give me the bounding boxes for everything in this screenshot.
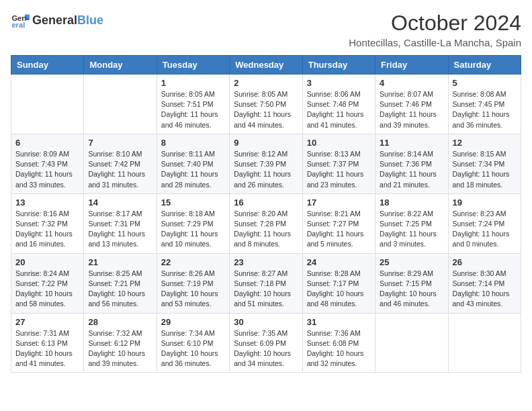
day-number: 23 xyxy=(234,257,298,267)
day-number: 29 xyxy=(161,317,225,327)
calendar-cell: 29Sunrise: 7:34 AM Sunset: 6:10 PM Dayli… xyxy=(157,313,229,373)
weekday-header-saturday: Saturday xyxy=(448,56,521,75)
calendar-cell: 15Sunrise: 8:18 AM Sunset: 7:29 PM Dayli… xyxy=(157,193,229,253)
day-number: 12 xyxy=(453,138,517,148)
day-number: 10 xyxy=(307,138,371,148)
day-info: Sunrise: 8:12 AM Sunset: 7:39 PM Dayligh… xyxy=(234,149,298,190)
day-info: Sunrise: 7:34 AM Sunset: 6:10 PM Dayligh… xyxy=(161,328,225,369)
day-info: Sunrise: 8:24 AM Sunset: 7:22 PM Dayligh… xyxy=(15,269,79,310)
calendar-cell: 5Sunrise: 8:08 AM Sunset: 7:45 PM Daylig… xyxy=(448,75,521,134)
day-number: 11 xyxy=(380,138,443,148)
weekday-header-wednesday: Wednesday xyxy=(230,56,302,75)
day-info: Sunrise: 8:08 AM Sunset: 7:45 PM Dayligh… xyxy=(453,89,517,130)
location-title: Hontecillas, Castille-La Mancha, Spain xyxy=(349,37,521,48)
calendar-cell: 22Sunrise: 8:26 AM Sunset: 7:19 PM Dayli… xyxy=(157,253,229,313)
calendar-cell: 4Sunrise: 8:07 AM Sunset: 7:46 PM Daylig… xyxy=(375,75,448,134)
weekday-header-tuesday: Tuesday xyxy=(157,56,229,75)
day-number: 25 xyxy=(380,257,443,267)
day-info: Sunrise: 8:29 AM Sunset: 7:15 PM Dayligh… xyxy=(380,269,443,310)
calendar-cell: 13Sunrise: 8:16 AM Sunset: 7:32 PM Dayli… xyxy=(11,193,84,253)
day-number: 15 xyxy=(161,197,225,208)
weekday-header-sunday: Sunday xyxy=(11,56,84,75)
weekday-header-monday: Monday xyxy=(84,56,157,75)
calendar-cell: 28Sunrise: 7:32 AM Sunset: 6:12 PM Dayli… xyxy=(84,313,157,373)
day-info: Sunrise: 8:20 AM Sunset: 7:28 PM Dayligh… xyxy=(234,209,298,250)
day-number: 2 xyxy=(234,78,298,88)
day-number: 24 xyxy=(307,257,371,267)
day-info: Sunrise: 8:26 AM Sunset: 7:19 PM Dayligh… xyxy=(161,269,225,310)
day-info: Sunrise: 8:25 AM Sunset: 7:21 PM Dayligh… xyxy=(88,269,152,310)
day-number: 5 xyxy=(453,78,517,88)
day-number: 18 xyxy=(380,197,443,208)
day-info: Sunrise: 8:11 AM Sunset: 7:40 PM Dayligh… xyxy=(161,149,225,190)
calendar-cell: 16Sunrise: 8:20 AM Sunset: 7:28 PM Dayli… xyxy=(230,193,302,253)
day-info: Sunrise: 8:05 AM Sunset: 7:51 PM Dayligh… xyxy=(161,89,225,130)
calendar-cell: 31Sunrise: 7:36 AM Sunset: 6:08 PM Dayli… xyxy=(302,313,375,373)
day-number: 3 xyxy=(307,78,371,88)
day-number: 9 xyxy=(234,138,298,148)
weekday-header-friday: Friday xyxy=(375,56,448,75)
day-info: Sunrise: 7:36 AM Sunset: 6:08 PM Dayligh… xyxy=(307,328,371,369)
calendar-cell xyxy=(84,75,157,134)
day-info: Sunrise: 8:23 AM Sunset: 7:24 PM Dayligh… xyxy=(453,209,517,250)
day-number: 6 xyxy=(15,138,79,148)
day-number: 14 xyxy=(88,197,152,208)
day-info: Sunrise: 8:14 AM Sunset: 7:36 PM Dayligh… xyxy=(380,149,443,190)
day-number: 1 xyxy=(161,78,225,88)
logo: Gen eral GeneralBlue xyxy=(11,11,103,30)
calendar-week-row: 1Sunrise: 8:05 AM Sunset: 7:51 PM Daylig… xyxy=(11,75,521,134)
calendar-cell: 30Sunrise: 7:35 AM Sunset: 6:09 PM Dayli… xyxy=(230,313,302,373)
calendar-week-row: 13Sunrise: 8:16 AM Sunset: 7:32 PM Dayli… xyxy=(11,193,521,253)
day-info: Sunrise: 8:13 AM Sunset: 7:37 PM Dayligh… xyxy=(307,149,371,190)
calendar-cell: 12Sunrise: 8:15 AM Sunset: 7:34 PM Dayli… xyxy=(448,134,521,193)
svg-text:eral: eral xyxy=(11,21,25,29)
day-number: 30 xyxy=(234,317,298,327)
day-info: Sunrise: 8:05 AM Sunset: 7:50 PM Dayligh… xyxy=(234,89,298,130)
calendar-table: SundayMondayTuesdayWednesdayThursdayFrid… xyxy=(11,55,521,373)
day-info: Sunrise: 8:10 AM Sunset: 7:42 PM Dayligh… xyxy=(88,149,152,190)
calendar-cell: 21Sunrise: 8:25 AM Sunset: 7:21 PM Dayli… xyxy=(84,253,157,313)
logo-general-text: General xyxy=(32,13,77,28)
day-info: Sunrise: 8:18 AM Sunset: 7:29 PM Dayligh… xyxy=(161,209,225,250)
calendar-cell: 19Sunrise: 8:23 AM Sunset: 7:24 PM Dayli… xyxy=(448,193,521,253)
calendar-cell: 6Sunrise: 8:09 AM Sunset: 7:43 PM Daylig… xyxy=(11,134,84,193)
day-info: Sunrise: 8:21 AM Sunset: 7:27 PM Dayligh… xyxy=(307,209,371,250)
calendar-cell xyxy=(11,75,84,134)
day-info: Sunrise: 7:31 AM Sunset: 6:13 PM Dayligh… xyxy=(15,328,79,369)
calendar-cell: 26Sunrise: 8:30 AM Sunset: 7:14 PM Dayli… xyxy=(448,253,521,313)
day-number: 31 xyxy=(307,317,371,327)
calendar-cell: 14Sunrise: 8:17 AM Sunset: 7:31 PM Dayli… xyxy=(84,193,157,253)
weekday-header-thursday: Thursday xyxy=(302,56,375,75)
calendar-cell: 24Sunrise: 8:28 AM Sunset: 7:17 PM Dayli… xyxy=(302,253,375,313)
calendar-week-row: 6Sunrise: 8:09 AM Sunset: 7:43 PM Daylig… xyxy=(11,134,521,193)
day-number: 19 xyxy=(453,197,517,208)
day-info: Sunrise: 8:30 AM Sunset: 7:14 PM Dayligh… xyxy=(453,269,517,310)
calendar-cell xyxy=(448,313,521,373)
day-info: Sunrise: 8:17 AM Sunset: 7:31 PM Dayligh… xyxy=(88,209,152,250)
page-header: Gen eral GeneralBlue October 2024 Hontec… xyxy=(11,11,521,48)
calendar-cell: 10Sunrise: 8:13 AM Sunset: 7:37 PM Dayli… xyxy=(302,134,375,193)
day-info: Sunrise: 8:15 AM Sunset: 7:34 PM Dayligh… xyxy=(453,149,517,190)
day-info: Sunrise: 8:28 AM Sunset: 7:17 PM Dayligh… xyxy=(307,269,371,310)
day-number: 21 xyxy=(88,257,152,267)
day-number: 13 xyxy=(15,197,79,208)
day-number: 16 xyxy=(234,197,298,208)
calendar-cell: 1Sunrise: 8:05 AM Sunset: 7:51 PM Daylig… xyxy=(157,75,229,134)
calendar-cell: 25Sunrise: 8:29 AM Sunset: 7:15 PM Dayli… xyxy=(375,253,448,313)
month-title: October 2024 xyxy=(349,11,521,36)
calendar-cell: 8Sunrise: 8:11 AM Sunset: 7:40 PM Daylig… xyxy=(157,134,229,193)
day-number: 27 xyxy=(15,317,79,327)
calendar-cell: 18Sunrise: 8:22 AM Sunset: 7:25 PM Dayli… xyxy=(375,193,448,253)
day-number: 7 xyxy=(88,138,152,148)
day-number: 4 xyxy=(380,78,443,88)
calendar-week-row: 27Sunrise: 7:31 AM Sunset: 6:13 PM Dayli… xyxy=(11,313,521,373)
day-number: 22 xyxy=(161,257,225,267)
day-number: 26 xyxy=(453,257,517,267)
logo-icon: Gen eral xyxy=(11,11,30,30)
day-info: Sunrise: 7:35 AM Sunset: 6:09 PM Dayligh… xyxy=(234,328,298,369)
day-info: Sunrise: 8:06 AM Sunset: 7:48 PM Dayligh… xyxy=(307,89,371,130)
day-info: Sunrise: 7:32 AM Sunset: 6:12 PM Dayligh… xyxy=(88,328,152,369)
day-info: Sunrise: 8:27 AM Sunset: 7:18 PM Dayligh… xyxy=(234,269,298,310)
calendar-cell: 2Sunrise: 8:05 AM Sunset: 7:50 PM Daylig… xyxy=(230,75,302,134)
day-number: 8 xyxy=(161,138,225,148)
